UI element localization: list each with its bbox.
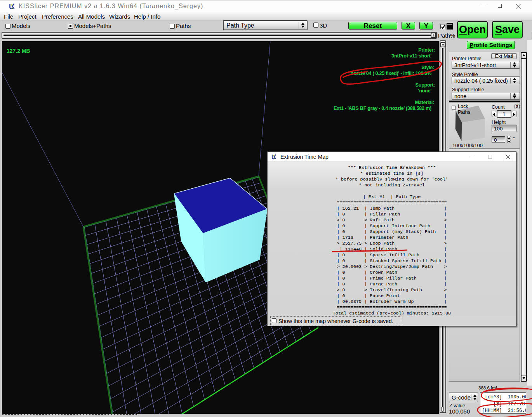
svg-text:Printer:: Printer: <box>418 47 435 53</box>
svg-text:127.2 MB: 127.2 MB <box>7 48 30 54</box>
svg-text:'3ntProf-v11-short': '3ntProf-v11-short' <box>391 53 432 59</box>
svg-text:Style:: Style: <box>421 64 434 70</box>
svg-text:Material:: Material: <box>415 99 435 105</box>
svg-text:'nozzle 04 ( 0.25 fixed)' - In: 'nozzle 04 ( 0.25 fixed)' - Infill: 100.… <box>349 70 432 76</box>
svg-text:Ext1 - 'ABS BF gray - 0.4 nozz: Ext1 - 'ABS BF gray - 0.4 nozzle' (388.5… <box>334 105 431 111</box>
svg-text:Support:: Support: <box>415 82 435 88</box>
svg-text:'none': 'none' <box>418 88 431 94</box>
